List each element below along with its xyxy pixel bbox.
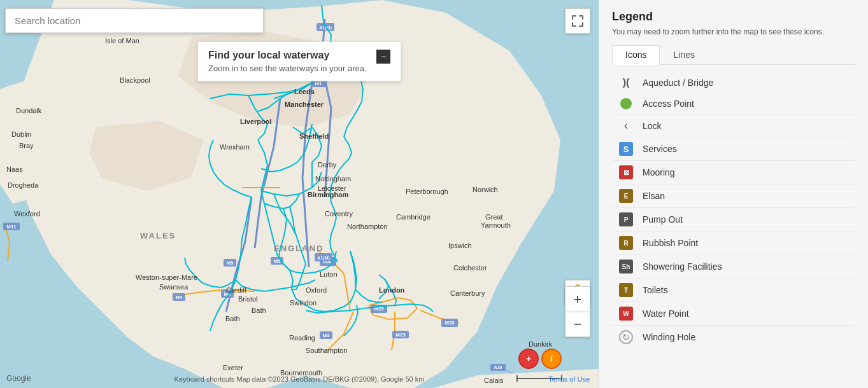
mooring-icon: ⊠ [615,165,637,179]
svg-text:Wexford: Wexford [14,210,40,218]
lock-icon: ‹ [615,119,637,132]
find-waterway-popup: Find your local waterway Zoom in to see … [197,41,401,81]
svg-text:M23: M23 [395,332,406,338]
svg-text:Peterborough: Peterborough [406,188,448,195]
info-icon[interactable]: i [541,349,562,369]
waterpoint-label: Water Point [643,308,689,319]
svg-text:Naas: Naas [6,165,23,173]
showering-label: Showering Facilities [643,261,722,272]
legend-item-toilets: T Toilets [612,279,855,302]
legend-item-showering: Sh Showering Facilities [612,255,855,279]
toilets-label: Toilets [643,285,668,295]
legend-item-winding: ↻ Winding Hole [612,326,855,349]
svg-text:Southampton: Southampton [306,347,347,354]
svg-text:Luton: Luton [320,270,338,278]
legend-item-waterpoint: W Water Point [612,302,855,326]
svg-text:Manchester: Manchester [285,100,324,108]
tab-lines[interactable]: Lines [660,45,708,64]
aqueduct-label: Aqueduct / Bridge [643,78,713,88]
rubbish-icon: R [615,236,637,250]
svg-text:Oxford: Oxford [306,286,327,294]
svg-text:Norwich: Norwich [473,186,498,193]
svg-text:Cambridge: Cambridge [396,213,430,221]
winding-icon: ↻ [615,330,637,344]
svg-text:M5: M5 [226,260,234,266]
svg-text:Bath: Bath [252,307,266,314]
pumpout-label: Pump Out [643,214,683,225]
svg-text:Sheffield: Sheffield [299,132,329,140]
find-waterway-title: Find your local waterway [208,50,367,61]
svg-text:Bath: Bath [225,315,240,322]
svg-text:A1(M): A1(M) [317,256,329,261]
svg-text:WALES: WALES [140,231,176,240]
svg-text:Leicester: Leicester [318,184,346,192]
find-waterway-subtitle: Zoom in to see the waterways in your are… [208,64,367,73]
svg-text:A16: A16 [494,365,502,370]
legend-panel: Legend You may need to zoom further into… [599,0,868,388]
svg-text:Swansea: Swansea [159,283,189,291]
fullscreen-button[interactable] [565,8,590,34]
search-box [5,8,264,33]
legend-title: Legend [612,10,855,24]
svg-text:Coventry: Coventry [325,210,353,218]
zoom-out-button[interactable]: − [565,312,590,337]
search-input[interactable] [5,8,264,33]
svg-text:Isle of Man: Isle of Man [105,37,139,45]
zoom-in-button[interactable]: + [565,286,590,312]
terms-of-use-link[interactable]: Terms of Use [548,375,590,383]
svg-text:Leeds: Leeds [294,88,315,95]
legend-tabs: Icons Lines [612,45,855,65]
svg-text:Dunkirk: Dunkirk [529,340,553,348]
svg-text:Wrexham: Wrexham [220,143,250,151]
svg-text:Dublin: Dublin [11,130,31,138]
svg-text:Ipswich: Ipswich [448,242,472,249]
elsan-icon: E [615,189,637,203]
map-container[interactable]: M40 M5 M5 M25 M20 M3 M23 M4 M4 M11 M1 A1… [0,0,599,388]
svg-text:Colchester: Colchester [453,264,487,272]
red-cross-icon[interactable]: + [518,349,539,369]
aqueduct-icon: )( [615,77,637,88]
svg-text:Dundalk: Dundalk [16,107,42,114]
svg-text:M1: M1 [315,81,322,87]
map-attribution: Keyboard shortcuts Map data ©2023 GeoBas… [174,375,425,383]
lock-label: Lock [643,121,662,131]
svg-text:Reading: Reading [289,334,315,342]
svg-text:M4: M4 [175,294,183,300]
legend-item-lock: ‹ Lock [612,114,855,137]
svg-text:Weston-super-Mare: Weston-super-Mare [136,274,197,281]
svg-text:Drogheda: Drogheda [8,181,39,189]
svg-text:Swindon: Swindon [290,299,317,307]
svg-text:Cardiff: Cardiff [226,286,247,294]
access-point-icon [615,98,637,109]
legend-item-rubbish: R Rubbish Point [612,232,855,255]
access-point-label: Access Point [643,99,694,109]
tab-icons[interactable]: Icons [612,45,660,65]
svg-text:Liverpool: Liverpool [240,118,272,125]
svg-text:Calais: Calais [484,377,504,384]
svg-text:Canterbury: Canterbury [450,289,485,297]
svg-text:Bray: Bray [19,142,34,149]
zoom-controls: + − [565,286,590,337]
waterpoint-icon: W [615,307,637,321]
svg-text:Nottingham: Nottingham [315,175,351,183]
svg-text:Exeter: Exeter [223,364,243,371]
svg-text:Great: Great [485,213,503,221]
svg-text:M20: M20 [445,320,455,326]
winding-label: Winding Hole [643,332,695,342]
svg-text:Northampton: Northampton [347,223,388,230]
legend-item-elsan: E Elsan [612,184,855,208]
mooring-label: Mooring [643,167,675,177]
legend-item-pumpout: P Pump Out [612,208,855,232]
toilets-icon: T [615,283,637,297]
elsan-label: Elsan [643,191,665,201]
legend-subtitle: You may need to zoom further into the ma… [612,27,855,36]
pumpout-icon: P [615,212,637,226]
svg-text:M11: M11 [6,224,17,230]
find-waterway-close-button[interactable]: − [376,50,390,64]
services-icon: S [615,142,637,156]
bottom-icons: + i [518,349,562,369]
svg-text:Blackpool: Blackpool [120,76,150,84]
svg-text:London: London [379,286,405,294]
legend-item-services: S Services [612,137,855,161]
legend-item-aqueduct: )( Aqueduct / Bridge [612,73,855,94]
